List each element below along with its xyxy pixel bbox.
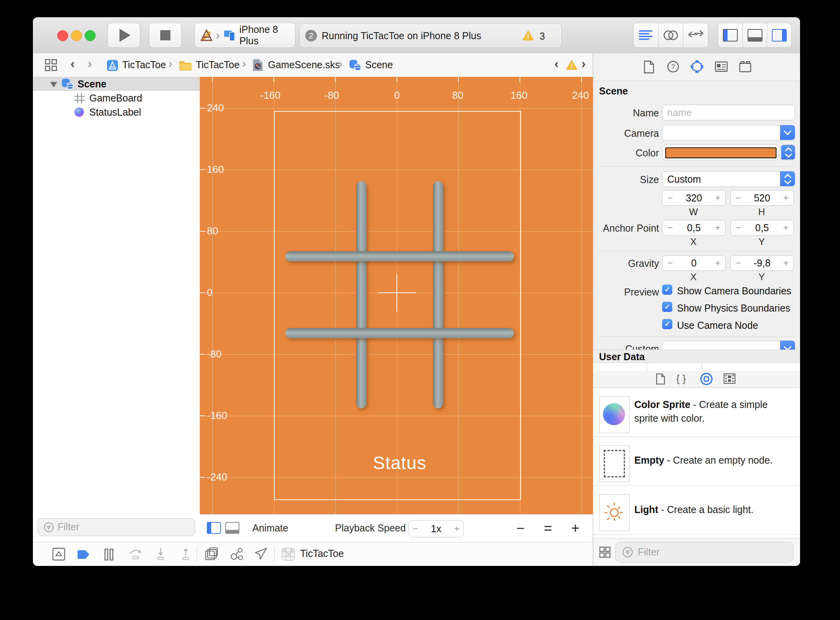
breadcrumb-scene[interactable]: Scene — [365, 59, 393, 71]
run-button[interactable] — [107, 23, 140, 48]
step-into-button[interactable] — [154, 547, 168, 561]
stepper-plus[interactable]: + — [783, 257, 789, 268]
step-out-button[interactable] — [179, 547, 193, 561]
color-stepper[interactable] — [780, 145, 795, 160]
size-dropdown[interactable]: Custom — [662, 171, 795, 187]
library-filter-input[interactable]: Filter — [616, 542, 793, 562]
file-template-library-tab[interactable] — [656, 373, 665, 385]
use-camera-node-checkbox[interactable]: ✓ — [662, 319, 672, 329]
checkbox-label[interactable]: Show Camera Boundaries — [677, 285, 791, 297]
scene-graph-inspector-tab[interactable] — [715, 61, 728, 72]
grid-view-icon[interactable] — [599, 546, 611, 558]
playback-speed-stepper[interactable]: − 1x + — [408, 520, 464, 537]
camera-dropdown[interactable] — [662, 125, 795, 141]
version-editor-button[interactable] — [683, 23, 708, 47]
memory-graph-button[interactable] — [230, 547, 244, 561]
stepper-plus[interactable]: + — [783, 222, 789, 233]
stepper-plus[interactable]: + — [783, 192, 789, 203]
breadcrumb-file[interactable]: GameScene.sks — [268, 59, 340, 71]
outline-row-scene[interactable]: Scene — [33, 77, 200, 91]
gravity-y-stepper[interactable]: − -9,8 + — [730, 255, 794, 271]
object-library-tab[interactable] — [700, 372, 713, 386]
toggle-inspector-button[interactable] — [767, 23, 791, 47]
stop-button[interactable] — [149, 23, 182, 48]
view-hierarchy-debugger-button[interactable] — [205, 547, 219, 561]
gameboard-bar-horizontal-bottom[interactable] — [285, 328, 514, 338]
stepper-minus[interactable]: − — [409, 523, 422, 534]
go-back-button[interactable]: ‹ — [71, 56, 75, 71]
code-snippet-library-tab[interactable]: { } — [676, 373, 686, 385]
scheme-destination-label: iPhone 8 Plus — [239, 24, 295, 47]
stepper-plus[interactable]: + — [450, 523, 463, 534]
show-action-editor-button[interactable] — [225, 522, 239, 534]
simulate-location-button[interactable] — [255, 547, 268, 560]
quick-help-tab[interactable]: ? — [667, 60, 679, 73]
zoom-in-button[interactable]: + — [571, 520, 579, 537]
gameboard-bar-horizontal-top[interactable] — [285, 251, 514, 261]
show-physics-boundaries-checkbox[interactable]: ✓ — [662, 302, 672, 312]
issue-warning-icon[interactable]: ! — [566, 60, 578, 70]
scene-editor-canvas[interactable]: -160 -80 0 80 160 240 240 160 80 0 -80 -… — [200, 77, 593, 514]
stepper-plus[interactable]: + — [715, 222, 721, 233]
stepper-chevrons-icon[interactable] — [781, 145, 795, 160]
show-node-list-button[interactable] — [207, 522, 221, 534]
color-well[interactable] — [662, 145, 779, 160]
animate-button[interactable]: Animate — [252, 522, 288, 534]
warning-icon[interactable]: ! — [522, 30, 534, 40]
breadcrumb-project[interactable]: TicTacToe — [122, 59, 166, 71]
toggle-navigator-button[interactable] — [718, 23, 743, 47]
minimize-window-button[interactable] — [71, 30, 82, 41]
gravity-x-stepper[interactable]: − 0 + — [662, 255, 726, 271]
activity-status[interactable]: 2 Running TicTacToe on iPhone 8 Plus ! 3 — [299, 24, 562, 48]
pause-button[interactable] — [104, 549, 114, 560]
status-label-node[interactable]: Status — [321, 452, 478, 473]
stepper-plus[interactable]: + — [715, 257, 721, 268]
attributes-inspector-tab[interactable] — [690, 60, 704, 73]
show-camera-boundaries-checkbox[interactable]: ✓ — [662, 285, 672, 295]
zoom-window-button[interactable] — [85, 30, 96, 41]
disclosure-triangle-icon[interactable] — [50, 82, 57, 87]
anchor-x-stepper[interactable]: − 0,5 + — [662, 220, 726, 236]
library-item-text: Empty - Create an empty node. — [634, 453, 793, 467]
name-input[interactable]: name — [662, 105, 795, 120]
scene-node-icon — [61, 78, 74, 90]
checkbox-label[interactable]: Show Physics Boundaries — [677, 303, 790, 314]
y-axis-label: Y — [730, 236, 793, 247]
stepper-chevrons-icon[interactable] — [780, 171, 795, 186]
user-data-table[interactable] — [593, 363, 800, 371]
hide-debug-area-button[interactable] — [52, 547, 66, 561]
dropdown-chevron-icon[interactable] — [780, 125, 795, 140]
outline-filter-input[interactable]: Filter — [38, 518, 195, 536]
anchor-y-stepper[interactable]: − 0,5 + — [730, 220, 794, 236]
gameboard-bar-vertical-right[interactable] — [433, 181, 443, 408]
toggle-debug-area-button[interactable] — [743, 23, 768, 47]
height-stepper[interactable]: − 520 + — [730, 190, 794, 206]
close-window-button[interactable] — [57, 30, 68, 41]
outline-row-gameboard[interactable]: GameBoard — [33, 91, 200, 105]
filter-placeholder: Filter — [638, 546, 660, 558]
gameboard-bar-vertical-left[interactable] — [356, 181, 366, 408]
inspector-panel: ? — [593, 53, 800, 566]
assistant-editor-button[interactable] — [659, 23, 684, 47]
go-forward-button[interactable]: › — [88, 56, 92, 71]
scheme-selector[interactable]: › iPhone 8 Plus — [194, 23, 295, 48]
outline-row-statuslabel[interactable]: StatusLabel — [33, 105, 200, 119]
debug-app-name[interactable]: TicTacToe — [300, 548, 344, 559]
physics-inspector-tab[interactable] — [739, 61, 751, 73]
ruler-tick — [200, 354, 205, 355]
width-stepper[interactable]: − 320 + — [662, 190, 726, 206]
checkbox-label[interactable]: Use Camera Node — [677, 320, 758, 331]
breadcrumb-group[interactable]: TicTacToe — [196, 59, 240, 71]
zoom-actual-button[interactable]: = — [544, 520, 552, 537]
media-library-tab[interactable] — [723, 373, 736, 384]
file-inspector-tab[interactable] — [643, 60, 654, 74]
next-issue-button[interactable]: › — [581, 56, 586, 71]
related-items-icon[interactable] — [45, 59, 57, 71]
zoom-out-button[interactable]: − — [516, 520, 525, 537]
standard-editor-button[interactable] — [634, 23, 659, 47]
previous-issue-button[interactable]: ‹ — [554, 56, 559, 71]
breakpoints-toggle-button[interactable] — [77, 549, 90, 560]
inspector-section-title: Scene — [599, 85, 628, 97]
stepper-plus[interactable]: + — [715, 192, 721, 203]
step-over-button[interactable] — [129, 547, 143, 561]
